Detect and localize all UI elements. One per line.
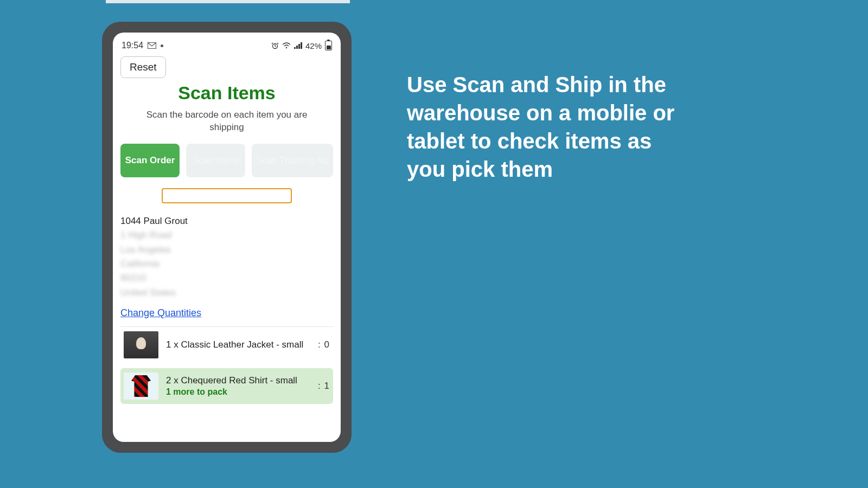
tab-scan-order[interactable]: Scan Order xyxy=(120,144,180,177)
status-time: 19:54 xyxy=(122,41,143,50)
svg-point-2 xyxy=(286,47,288,49)
order-address: 1044 Paul Grout 1 High Road Los Angeles … xyxy=(120,214,333,300)
tab-scan-items[interactable]: Scan Items xyxy=(186,144,245,177)
item-thumbnail xyxy=(124,373,158,400)
status-bar: 19:54 42% xyxy=(120,39,333,52)
items-list: 1 x Classic Leather Jacket - small : 0 2… xyxy=(120,326,333,404)
battery-icon xyxy=(325,41,332,50)
gmail-icon xyxy=(148,42,156,49)
order-country: United States xyxy=(120,286,333,300)
order-zip: 90210 xyxy=(120,271,333,285)
item-thumbnail xyxy=(124,331,158,358)
signal-icon xyxy=(294,42,302,49)
order-city: Los Angeles xyxy=(120,243,333,257)
page-subtitle: Scan the barcode on each item you are sh… xyxy=(120,109,333,134)
decorative-top-strip xyxy=(106,0,350,3)
page-title: Scan Items xyxy=(120,82,333,104)
device-frame: 19:54 42% Reset Scan Items Scan the ba xyxy=(102,22,352,453)
scan-tabs: Scan Order Scan Items Scan Tracking No xyxy=(120,144,333,177)
battery-percent: 42% xyxy=(305,41,322,50)
item-body: 2 x Chequered Red Shirt - small 1 more t… xyxy=(166,375,310,397)
item-row: 1 x Classic Leather Jacket - small : 0 xyxy=(120,327,333,363)
item-label: 2 x Chequered Red Shirt - small xyxy=(166,375,297,386)
barcode-input[interactable] xyxy=(162,188,292,203)
tab-scan-tracking[interactable]: Scan Tracking No xyxy=(252,144,333,177)
reset-button[interactable]: Reset xyxy=(120,56,166,78)
item-count: : 1 xyxy=(318,381,330,391)
wifi-icon xyxy=(282,42,291,49)
change-quantities-link[interactable]: Change Quantities xyxy=(120,307,333,319)
item-label: 1 x Classic Leather Jacket - small xyxy=(166,339,303,350)
more-notifications-icon xyxy=(161,44,163,47)
marketing-caption: Use Scan and Ship in the warehouse on a … xyxy=(407,70,678,183)
order-state: California xyxy=(120,257,333,271)
order-addr1: 1 High Road xyxy=(120,228,333,242)
order-name-line: 1044 Paul Grout xyxy=(120,214,333,228)
item-row: 2 x Chequered Red Shirt - small 1 more t… xyxy=(120,368,333,404)
item-pack-more: 1 more to pack xyxy=(166,387,310,397)
item-body: 1 x Classic Leather Jacket - small xyxy=(166,339,310,350)
item-count: : 0 xyxy=(318,339,330,350)
alarm-icon xyxy=(271,42,279,49)
device-screen: 19:54 42% Reset Scan Items Scan the ba xyxy=(113,33,341,442)
